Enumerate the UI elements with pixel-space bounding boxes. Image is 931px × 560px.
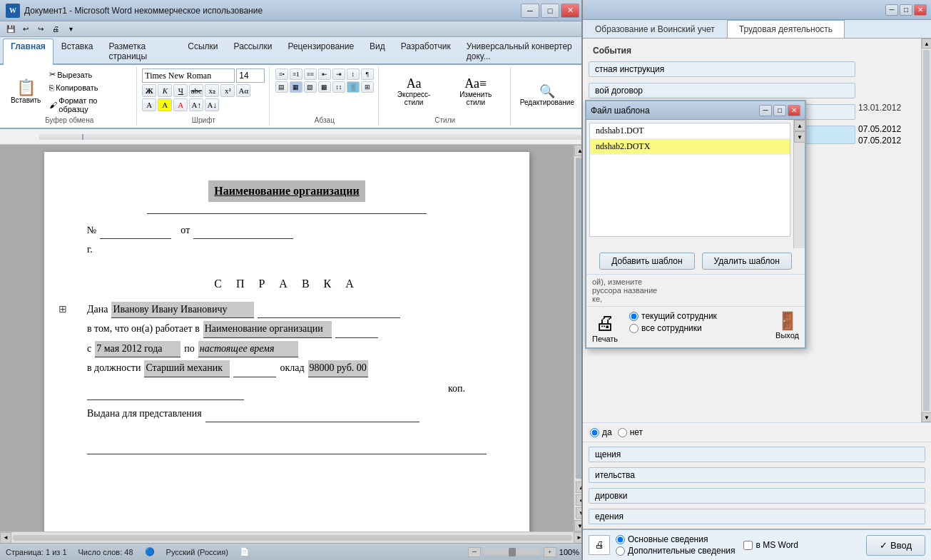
horizontal-scrollbar[interactable]: ◄ ►	[0, 531, 585, 543]
date-field[interactable]	[193, 223, 293, 239]
borders-button[interactable]: ⊞	[361, 81, 374, 93]
clear-format-button[interactable]: Аα	[236, 84, 250, 97]
template-list[interactable]: ndshab1.DOT ndshab2.DOTX	[589, 123, 790, 237]
no-option[interactable]: нет	[618, 427, 643, 437]
align-right-button[interactable]: ▧	[304, 81, 317, 93]
redo-quick-btn[interactable]: ↪	[34, 23, 47, 36]
change-styles-button[interactable]: Аа≡ Изменить стили	[446, 75, 506, 108]
section-item-3[interactable]: едения	[589, 509, 925, 524]
tab-home[interactable]: Главная	[3, 39, 54, 65]
rp-close[interactable]: ✕	[914, 4, 927, 16]
tmpl-scroll-down[interactable]: ▼	[794, 131, 805, 143]
tab-page-layout[interactable]: Разметка страницы	[101, 39, 180, 63]
rp-vertical-scrollbar[interactable]: ▲ ▼	[921, 39, 931, 422]
font-name-input[interactable]: Times New Roman	[142, 68, 235, 83]
ms-word-checkbox[interactable]	[743, 541, 753, 550]
subscript-button[interactable]: x₂	[205, 84, 219, 97]
tab-view[interactable]: Вид	[362, 39, 393, 63]
zoom-in-button[interactable]: +	[544, 547, 556, 557]
zoom-out-button[interactable]: ─	[468, 547, 481, 557]
document-scroll-view[interactable]: ⊞ Наименование организации № от	[0, 145, 574, 531]
rp-minimize[interactable]: ─	[885, 4, 898, 16]
italic-button[interactable]: К	[158, 84, 172, 97]
print-all-option[interactable]: все сотрудники	[629, 323, 717, 333]
fontsize-dec-button[interactable]: A↓	[205, 98, 219, 111]
zoom-handle[interactable]	[509, 548, 516, 556]
h-scroll-thumb[interactable]	[13, 535, 572, 541]
decrease-indent-button[interactable]: ⇤	[318, 68, 331, 80]
tab-review[interactable]: Рецензирование	[280, 39, 362, 63]
print-area[interactable]: 🖨 Печать	[592, 311, 618, 343]
print-current-radio[interactable]	[629, 312, 639, 321]
shading-button[interactable]: ░	[347, 81, 360, 93]
zoom-slider[interactable]	[484, 549, 541, 555]
rp-tab-education[interactable]: Образование и Воинский учет	[583, 20, 727, 38]
no-radio[interactable]	[618, 428, 627, 437]
text-effect-button[interactable]: А	[142, 98, 156, 111]
template-restore[interactable]: □	[773, 105, 786, 116]
yes-radio[interactable]	[590, 428, 599, 437]
section-item-0[interactable]: щения	[589, 447, 925, 462]
number-field[interactable]	[100, 223, 171, 239]
section-item-1[interactable]: ительства	[589, 467, 925, 483]
rp-scroll-up[interactable]: ▲	[922, 39, 931, 49]
enter-button[interactable]: ✓ Ввод	[866, 535, 925, 556]
align-left-button[interactable]: ▤	[275, 81, 288, 93]
rp-item-contract[interactable]: вой договор	[589, 83, 855, 98]
exit-area[interactable]: 🚪 Выход	[775, 311, 799, 340]
numbered-list-button[interactable]: ≡1	[290, 68, 302, 80]
underline-button[interactable]: Ч	[173, 84, 188, 97]
tmpl-scroll-up[interactable]: ▲	[794, 120, 805, 131]
bold-button[interactable]: Ж	[142, 84, 156, 97]
rp-restore[interactable]: □	[900, 4, 912, 16]
format-painter-button[interactable]: 🖌 Формат по образцу	[46, 95, 131, 115]
font-highlight-button[interactable]: А	[158, 98, 172, 111]
rp-dop-radio[interactable]	[616, 546, 625, 556]
align-center-button[interactable]: ▦	[290, 81, 302, 93]
quick-toolbar-arrow[interactable]: ▾	[64, 23, 77, 36]
print-current-option[interactable]: текущий сотрудник	[629, 311, 717, 321]
multilevel-list-button[interactable]: ≡≡	[304, 68, 317, 80]
document-page[interactable]: ⊞ Наименование организации № от	[44, 152, 529, 531]
cut-button[interactable]: ✂ Вырезать	[46, 68, 131, 81]
rp-print-icon-btn[interactable]: 🖨	[589, 535, 610, 555]
fontsize-inc-button[interactable]: A↑	[189, 98, 203, 111]
template-minimize[interactable]: ─	[759, 105, 772, 116]
show-marks-button[interactable]: ¶	[361, 68, 374, 80]
editing-button[interactable]: 🔍 Редактирование	[517, 83, 578, 108]
tab-mailings[interactable]: Рассылки	[226, 39, 280, 63]
print-preview-quick-btn[interactable]: 🖨	[49, 23, 62, 36]
template-scrollbar[interactable]: ▲ ▼	[793, 120, 805, 248]
remove-template-button[interactable]: Удалить шаблон	[702, 253, 792, 270]
undo-quick-btn[interactable]: ↩	[19, 23, 32, 36]
rp-scroll-down[interactable]: ▼	[922, 412, 931, 422]
rp-dop-option[interactable]: Дополнительные сведения	[616, 546, 735, 556]
font-size-input[interactable]: 14	[236, 68, 265, 83]
tab-converter[interactable]: Универсальный конвертер доку...	[459, 39, 582, 63]
sort-button[interactable]: ↕	[347, 68, 360, 80]
align-justify-button[interactable]: ▩	[318, 81, 331, 93]
scroll-left-button[interactable]: ◄	[0, 532, 11, 544]
rp-item-instruction[interactable]: стная инструкция	[589, 61, 855, 77]
tab-insert[interactable]: Вставка	[54, 39, 101, 63]
bullet-list-button[interactable]: ≡•	[275, 68, 288, 80]
tab-developer[interactable]: Разработчик	[393, 39, 459, 63]
rp-osnov-option[interactable]: Основные сведения	[616, 534, 735, 544]
line-spacing-button[interactable]: ↕↕	[332, 81, 345, 93]
template-item-1[interactable]: ndshab1.DOT	[590, 123, 790, 139]
rp-tab-work[interactable]: Трудовая деятельность	[727, 20, 845, 38]
increase-indent-button[interactable]: ⇥	[332, 68, 345, 80]
strikethrough-button[interactable]: аbc	[189, 84, 203, 97]
print-all-radio[interactable]	[629, 324, 639, 333]
add-template-button[interactable]: Добавить шаблон	[599, 253, 694, 270]
section-item-2[interactable]: дировки	[589, 488, 925, 504]
superscript-button[interactable]: x²	[220, 84, 235, 97]
yes-option[interactable]: да	[590, 427, 612, 437]
restore-button[interactable]: □	[541, 4, 559, 18]
copy-button[interactable]: ⎘ Копировать	[46, 82, 131, 93]
template-item-2[interactable]: ndshab2.DOTX	[590, 139, 790, 155]
template-close[interactable]: ✕	[788, 105, 800, 116]
rp-osnov-radio[interactable]	[616, 535, 625, 544]
paste-button[interactable]: 📋 Вставить	[7, 78, 44, 106]
expand-marker[interactable]: ⊞	[58, 302, 67, 317]
